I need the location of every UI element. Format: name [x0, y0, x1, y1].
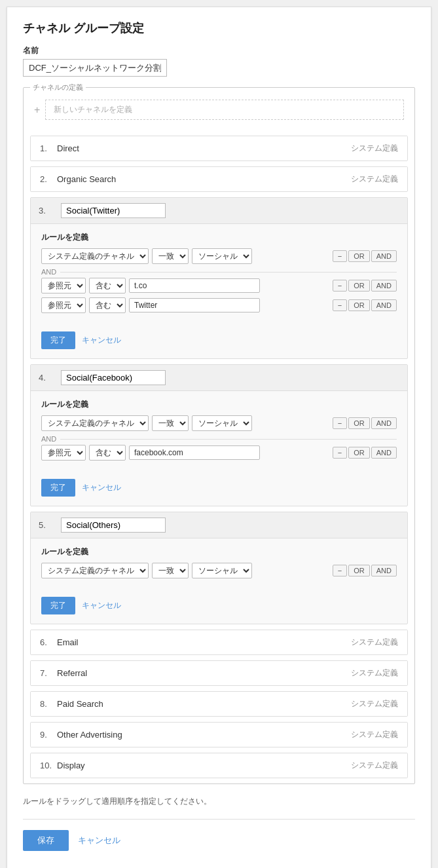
action-row: 完了 キャンセル [31, 325, 407, 358]
sub-rule-input[interactable] [129, 278, 260, 293]
and-button[interactable]: AND [371, 447, 397, 459]
value-select[interactable]: ソーシャル [192, 415, 252, 431]
contains-select[interactable]: 含む [89, 445, 126, 461]
channel-row-simple[interactable]: 2. Organic Search システム定義 [31, 167, 407, 191]
channel-item: 1. Direct システム定義 [30, 136, 408, 161]
channel-header: 4. [31, 365, 407, 391]
cancel-button[interactable]: キャンセル [82, 335, 121, 346]
rule-btn-group: − OR AND [333, 417, 397, 429]
rule-btn-group: − OR AND [333, 565, 397, 576]
done-button[interactable]: 完了 [41, 597, 75, 614]
channel-row-simple[interactable]: 7. Referral システム定義 [31, 661, 407, 685]
or-button[interactable]: OR [348, 565, 370, 576]
minus-button[interactable]: − [333, 565, 347, 576]
channel-list: 1. Direct システム定義 2. Organic Search システム定… [30, 136, 408, 778]
sub-rule-btn-group: − OR AND [333, 299, 397, 311]
match-select[interactable]: 一致 [152, 415, 189, 431]
or-button[interactable]: OR [348, 447, 370, 459]
page-container: チャネル グループ設定 名前 チャネルの定義 + 新しいチャネルを定義 1. D… [7, 7, 431, 868]
channel-item-expanded: 5. ルールを定義 システム定義のチャネル 一致 ソーシャル − O [30, 512, 408, 624]
source-select[interactable]: 参照元 [41, 297, 86, 313]
channel-row-simple[interactable]: 10. Display システム定義 [31, 753, 407, 778]
done-button[interactable]: 完了 [41, 479, 75, 497]
cancel-main-button[interactable]: キャンセル [78, 835, 120, 846]
system-def-badge: システム定義 [351, 143, 398, 154]
system-def-badge: システム定義 [351, 637, 398, 648]
channel-number: 5. [39, 520, 52, 530]
channel-select[interactable]: システム定義のチャネル [41, 563, 149, 578]
channel-name: Other Advertising [57, 730, 351, 740]
channel-name-input[interactable] [61, 518, 166, 533]
contains-select[interactable]: 含む [89, 278, 126, 293]
rule-row: システム定義のチャネル 一致 ソーシャル − OR AND [41, 248, 397, 264]
action-row: 完了 キャンセル [31, 590, 407, 624]
cancel-button[interactable]: キャンセル [82, 600, 121, 611]
value-select[interactable]: ソーシャル [192, 563, 252, 578]
sub-rule-input[interactable] [129, 298, 260, 312]
or-button[interactable]: OR [348, 417, 370, 429]
rule-row: システム定義のチャネル 一致 ソーシャル − OR AND [41, 415, 397, 431]
and-divider: AND [41, 268, 397, 276]
minus-button[interactable]: − [333, 447, 347, 459]
save-button[interactable]: 保存 [23, 830, 69, 851]
channel-select[interactable]: システム定義のチャネル [41, 248, 149, 264]
channel-header: 5. [31, 512, 407, 538]
minus-button[interactable]: − [333, 299, 347, 311]
name-input[interactable] [23, 59, 167, 77]
sub-rule-row: 参照元 含む − OR AND [41, 297, 397, 313]
or-button[interactable]: OR [348, 250, 370, 262]
channel-definition-section: チャネルの定義 + 新しいチャネルを定義 1. Direct システム定義 2.… [23, 87, 415, 784]
channel-item: 9. Other Advertising システム定義 [30, 722, 408, 747]
channel-select[interactable]: システム定義のチャネル [41, 415, 149, 431]
channel-name-input[interactable] [61, 370, 166, 385]
footer-divider [23, 819, 415, 820]
cancel-button[interactable]: キャンセル [82, 482, 121, 493]
system-def-badge: システム定義 [351, 760, 398, 771]
channel-number: 6. [40, 637, 53, 647]
and-button[interactable]: AND [371, 280, 397, 292]
sub-rule-row: 参照元 含む − OR AND [41, 445, 397, 461]
channel-section-legend: チャネルの定義 [30, 83, 86, 92]
system-def-badge: システム定義 [351, 729, 398, 740]
or-button[interactable]: OR [348, 299, 370, 311]
channel-item-expanded: 4. ルールを定義 システム定義のチャネル 一致 ソーシャル − O [30, 364, 408, 506]
and-divider: AND [41, 435, 397, 443]
system-def-badge: システム定義 [351, 698, 398, 709]
channel-name: Display [57, 761, 351, 770]
channel-row-simple[interactable]: 1. Direct システム定義 [31, 136, 407, 160]
channel-name: Organic Search [57, 174, 351, 184]
minus-button[interactable]: − [333, 280, 347, 292]
and-button[interactable]: AND [371, 417, 397, 429]
and-button[interactable]: AND [371, 565, 397, 576]
or-button[interactable]: OR [348, 280, 370, 292]
rule-label: ルールを定義 [41, 546, 397, 557]
and-button[interactable]: AND [371, 299, 397, 311]
rule-label: ルールを定義 [41, 232, 397, 243]
channel-row-simple[interactable]: 9. Other Advertising システム定義 [31, 723, 407, 747]
contains-select[interactable]: 含む [89, 297, 126, 313]
channel-number: 3. [39, 206, 52, 216]
page-title: チャネル グループ設定 [23, 20, 415, 36]
match-select[interactable]: 一致 [152, 563, 189, 578]
channel-row-simple[interactable]: 8. Paid Search システム定義 [31, 692, 407, 716]
rule-label: ルールを定義 [41, 399, 397, 410]
minus-button[interactable]: − [333, 250, 347, 262]
rule-btn-group: − OR AND [333, 250, 397, 262]
plus-icon: + [34, 104, 40, 116]
channel-name: Email [57, 637, 351, 647]
channel-item: 6. Email システム定義 [30, 630, 408, 655]
channel-number: 1. [40, 143, 53, 153]
source-select[interactable]: 参照元 [41, 445, 86, 461]
and-button[interactable]: AND [371, 250, 397, 262]
done-button[interactable]: 完了 [41, 331, 75, 349]
rule-row: システム定義のチャネル 一致 ソーシャル − OR AND [41, 563, 397, 578]
minus-button[interactable]: − [333, 417, 347, 429]
channel-item: 8. Paid Search システム定義 [30, 691, 408, 717]
match-select[interactable]: 一致 [152, 248, 189, 264]
channel-name-input[interactable] [61, 203, 166, 218]
sub-rule-input[interactable] [129, 445, 260, 460]
value-select[interactable]: ソーシャル [192, 248, 252, 264]
channel-row-simple[interactable]: 6. Email システム定義 [31, 630, 407, 654]
source-select[interactable]: 参照元 [41, 278, 86, 293]
add-channel-row[interactable]: + 新しいチャネルを定義 [30, 94, 408, 129]
